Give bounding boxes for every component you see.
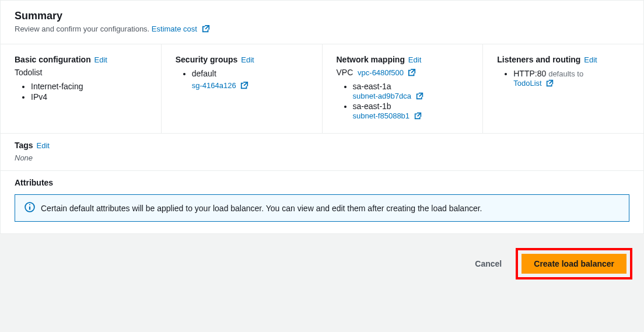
network-mapping-edit-link[interactable]: Edit bbox=[408, 55, 421, 64]
network-mapping-column: Network mapping Edit VPC vpc-6480f500 sa… bbox=[322, 44, 483, 133]
list-item: Internet-facing bbox=[31, 82, 147, 91]
basic-config-list: Internet-facing IPv4 bbox=[15, 82, 147, 102]
network-mapping-heading: Network mapping bbox=[337, 55, 405, 64]
attributes-section: Attributes Certain default attributes wi… bbox=[1, 170, 643, 233]
tags-heading: Tags bbox=[15, 141, 33, 150]
basic-config-edit-link[interactable]: Edit bbox=[94, 55, 107, 64]
summary-title: Summary bbox=[15, 10, 629, 22]
estimate-cost-link[interactable]: Estimate cost bbox=[152, 25, 210, 33]
basic-config-heading: Basic configuration bbox=[15, 55, 91, 64]
external-link-icon bbox=[202, 25, 210, 33]
tags-edit-link[interactable]: Edit bbox=[37, 141, 50, 150]
listeners-list: HTTP:80 defaults to TodoList bbox=[497, 69, 629, 88]
attributes-info-text: Certain default attributes will be appli… bbox=[41, 204, 482, 213]
basic-config-name: Todolist bbox=[15, 68, 147, 77]
summary-header: Summary Review and confirm your configur… bbox=[1, 1, 643, 44]
external-link-icon bbox=[546, 79, 554, 88]
subnet-link[interactable]: subnet-ad9b7dca bbox=[353, 92, 424, 100]
summary-subtitle: Review and confirm your configurations. … bbox=[15, 25, 629, 33]
list-item: default bbox=[192, 69, 308, 78]
target-group-link[interactable]: TodoList bbox=[513, 79, 554, 88]
list-item: sa-east-1b subnet-f85088b1 bbox=[353, 102, 469, 120]
list-item: HTTP:80 defaults to TodoList bbox=[513, 69, 629, 88]
external-link-icon bbox=[416, 92, 424, 100]
summary-panel: Summary Review and confirm your configur… bbox=[0, 0, 644, 234]
tags-none: None bbox=[15, 153, 629, 162]
listeners-heading: Listeners and routing bbox=[497, 55, 580, 64]
summary-columns: Basic configuration Edit Todolist Intern… bbox=[1, 44, 643, 133]
security-group-link[interactable]: sg-4164a126 bbox=[192, 81, 249, 90]
svg-point-2 bbox=[29, 204, 30, 205]
create-load-balancer-button[interactable]: Create load balancer bbox=[522, 254, 626, 274]
external-link-icon bbox=[414, 112, 422, 120]
security-groups-edit-link[interactable]: Edit bbox=[241, 55, 254, 64]
footer-actions: Cancel Create load balancer bbox=[0, 234, 644, 289]
list-item: sa-east-1a subnet-ad9b7dca bbox=[353, 82, 469, 100]
listeners-column: Listeners and routing Edit HTTP:80 defau… bbox=[482, 44, 643, 133]
tags-section: Tags Edit None bbox=[1, 133, 643, 170]
vpc-row: VPC vpc-6480f500 bbox=[337, 68, 469, 77]
attributes-info-box: Certain default attributes will be appli… bbox=[15, 194, 629, 222]
cancel-button[interactable]: Cancel bbox=[468, 254, 509, 273]
security-groups-list: default bbox=[176, 69, 308, 78]
attributes-heading: Attributes bbox=[15, 178, 53, 187]
security-groups-heading: Security groups bbox=[176, 55, 238, 64]
basic-config-column: Basic configuration Edit Todolist Intern… bbox=[1, 44, 161, 133]
subnets-list: sa-east-1a subnet-ad9b7dca sa-east-1b su… bbox=[337, 82, 469, 120]
security-groups-column: Security groups Edit default sg-4164a126 bbox=[161, 44, 322, 133]
listeners-edit-link[interactable]: Edit bbox=[584, 55, 597, 64]
highlight-annotation: Create load balancer bbox=[516, 248, 632, 279]
external-link-icon bbox=[408, 68, 416, 76]
info-icon bbox=[24, 202, 35, 214]
external-link-icon bbox=[240, 81, 249, 89]
subnet-link[interactable]: subnet-f85088b1 bbox=[353, 111, 422, 120]
list-item: IPv4 bbox=[31, 92, 147, 102]
vpc-link[interactable]: vpc-6480f500 bbox=[358, 68, 416, 77]
